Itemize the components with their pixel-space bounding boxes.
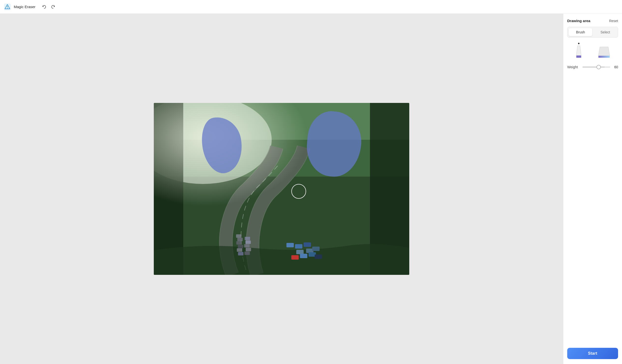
brush-thin-icon [575, 45, 583, 59]
road-scene [154, 103, 409, 275]
app-logo [4, 3, 11, 10]
main-layout: Drawing area Reset Brush Select [0, 14, 622, 364]
svg-rect-33 [576, 56, 581, 58]
brush-tip-dot [578, 43, 580, 44]
history-actions [40, 3, 57, 11]
image-container[interactable] [154, 103, 409, 275]
weight-slider[interactable] [583, 67, 610, 68]
weight-label: Weight [567, 65, 580, 69]
tab-brush[interactable]: Brush [569, 28, 592, 36]
brush-preview-thin[interactable] [575, 43, 583, 59]
undo-button[interactable] [40, 3, 48, 11]
svg-rect-35 [598, 56, 610, 58]
svg-rect-31 [154, 103, 409, 275]
right-panel: Drawing area Reset Brush Select [563, 14, 622, 364]
weight-value: 60 [612, 65, 618, 69]
brush-preview-area [567, 41, 618, 61]
tab-switcher: Brush Select [567, 27, 618, 38]
svg-point-3 [7, 8, 8, 8]
panel-header: Drawing area Reset [567, 19, 618, 23]
brush-preview-wide[interactable] [598, 46, 610, 59]
app-header: Magic Eraser [0, 0, 622, 14]
svg-marker-34 [598, 47, 610, 56]
app-title: Magic Eraser [14, 5, 35, 9]
redo-button[interactable] [49, 3, 57, 11]
panel-spacer [567, 73, 618, 344]
canvas-area[interactable] [0, 14, 563, 364]
reset-button[interactable]: Reset [609, 19, 618, 23]
start-button[interactable]: Start [567, 348, 618, 359]
weight-control: Weight 60 [567, 65, 618, 69]
svg-marker-32 [576, 46, 581, 56]
tab-select[interactable]: Select [594, 28, 617, 37]
brush-wide-icon [598, 46, 610, 59]
panel-title: Drawing area [567, 19, 590, 23]
